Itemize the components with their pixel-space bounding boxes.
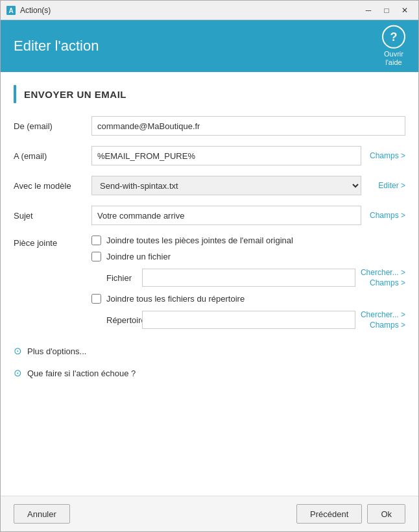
help-button[interactable]: ? Ouvrir l'aide <box>382 25 405 67</box>
checkbox3-label: Joindre tous les fichiers du répertoire <box>106 294 245 304</box>
de-row: De (email) <box>14 116 405 136</box>
annuler-button[interactable]: Annuler <box>14 504 70 524</box>
title-bar: A Action(s) ─ □ ✕ <box>1 1 418 20</box>
checkbox1-row: Joindre toutes les pièces jointes de l'e… <box>91 236 405 245</box>
fichier-input[interactable] <box>142 269 355 287</box>
section-title: ENVOYER UN EMAIL <box>24 89 126 100</box>
checkbox2-row: Joindre un fichier <box>91 252 405 261</box>
repertoire-links: Chercher... > Champs > <box>361 310 405 330</box>
repertoire-champs-link[interactable]: Champs > <box>366 320 405 330</box>
window-controls: ─ □ ✕ <box>360 3 413 18</box>
options-expand[interactable]: ⊙ Plus d'options... <box>14 340 405 362</box>
a-label: A (email) <box>14 151 91 161</box>
a-control: Champs > <box>91 146 405 165</box>
sujet-champs-link[interactable]: Champs > <box>366 211 405 220</box>
a-row: A (email) Champs > <box>14 146 405 165</box>
checkbox-join-file[interactable] <box>91 252 101 261</box>
svg-text:A: A <box>8 7 13 14</box>
precedent-button[interactable]: Précédent <box>296 504 362 524</box>
de-input[interactable] <box>91 116 405 136</box>
modele-control: Send-with-spintax.txt Editer > <box>91 176 405 195</box>
checkbox2-label: Joindre un fichier <box>106 252 171 261</box>
de-control <box>91 116 405 136</box>
repertoire-row: Répertoire Chercher... > Champs > <box>91 310 405 330</box>
minimize-button[interactable]: ─ <box>360 3 377 18</box>
checkbox1-label: Joindre toutes les pièces jointes de l'e… <box>106 236 293 245</box>
de-label: De (email) <box>14 121 91 131</box>
fichier-label: Fichier <box>91 273 137 283</box>
sujet-label: Sujet <box>14 211 91 221</box>
piece-jointe-label: Pièce jointe <box>14 236 91 248</box>
close-button[interactable]: ✕ <box>396 3 413 18</box>
piece-jointe-row: Pièce jointe Joindre toutes les pièces j… <box>14 236 405 330</box>
fichier-links: Chercher... > Champs > <box>361 268 405 287</box>
repertoire-chercher-link[interactable]: Chercher... > <box>361 310 405 319</box>
main-window: A Action(s) ─ □ ✕ Editer l'action ? Ouvr… <box>0 0 419 532</box>
help-icon: ? <box>382 25 405 49</box>
repertoire-label: Répertoire <box>91 315 137 325</box>
help-label: Ouvrir l'aide <box>384 50 403 67</box>
maximize-button[interactable]: □ <box>378 3 395 18</box>
modele-row: Avec le modèle Send-with-spintax.txt Edi… <box>14 176 405 195</box>
a-champs-link[interactable]: Champs > <box>366 151 405 160</box>
header-title: Editer l'action <box>14 38 99 54</box>
echoue-expand[interactable]: ⊙ Que faire si l'action échoue ? <box>14 362 405 384</box>
fichier-champs-link[interactable]: Champs > <box>366 278 405 287</box>
options-expand-icon: ⊙ <box>14 345 22 357</box>
window-icon: A <box>6 5 16 16</box>
modele-editer-link[interactable]: Editer > <box>366 181 405 190</box>
modele-label: Avec le modèle <box>14 181 91 191</box>
content-area: ENVOYER UN EMAIL De (email) A (email) Ch… <box>1 72 418 496</box>
checkbox-all-attachments[interactable] <box>91 236 101 245</box>
a-input[interactable] <box>91 146 361 165</box>
echoue-expand-label: Que faire si l'action échoue ? <box>27 369 136 378</box>
section-header: ENVOYER UN EMAIL <box>14 85 405 103</box>
piece-jointe-content: Joindre toutes les pièces jointes de l'e… <box>91 236 405 330</box>
repertoire-input[interactable] <box>142 311 355 329</box>
checkbox3-row: Joindre tous les fichiers du répertoire <box>91 294 405 304</box>
sujet-control: Champs > <box>91 206 405 225</box>
fichier-row: Fichier Chercher... > Champs > <box>91 268 405 287</box>
footer-right: Précédent Ok <box>296 504 405 524</box>
window-title: Action(s) <box>20 6 360 15</box>
echoue-expand-icon: ⊙ <box>14 367 22 379</box>
options-expand-label: Plus d'options... <box>27 346 86 356</box>
sujet-input[interactable] <box>91 206 361 225</box>
sujet-row: Sujet Champs > <box>14 206 405 225</box>
header: Editer l'action ? Ouvrir l'aide <box>1 20 418 72</box>
modele-select[interactable]: Send-with-spintax.txt <box>91 176 361 195</box>
fichier-chercher-link[interactable]: Chercher... > <box>361 268 405 277</box>
section-accent <box>14 85 16 103</box>
checkbox-join-dir[interactable] <box>91 294 101 304</box>
footer: Annuler Précédent Ok <box>1 496 418 531</box>
ok-button[interactable]: Ok <box>367 504 405 524</box>
